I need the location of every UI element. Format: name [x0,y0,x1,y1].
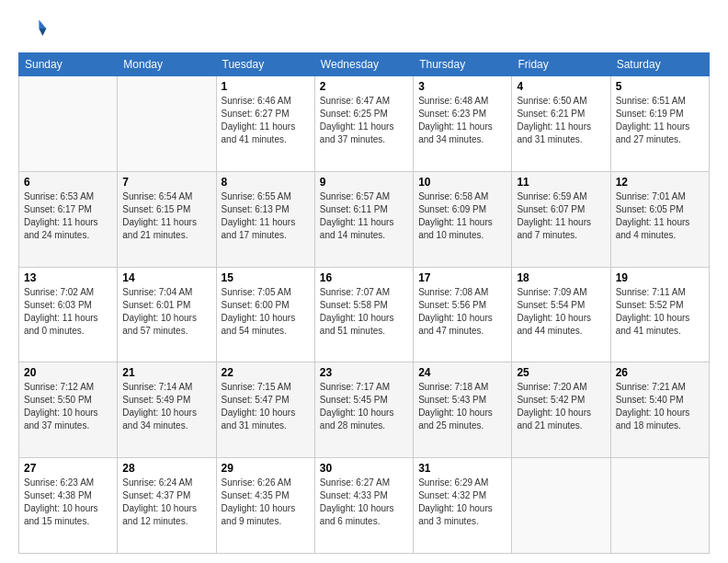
day-info: Sunrise: 6:54 AMSunset: 6:15 PMDaylight:… [122,190,210,242]
calendar-week-2: 13Sunrise: 7:02 AMSunset: 6:03 PMDayligh… [19,267,710,362]
day-info: Sunrise: 7:17 AMSunset: 5:45 PMDaylight:… [320,381,408,432]
calendar-cell: 13Sunrise: 7:02 AMSunset: 6:03 PMDayligh… [19,267,118,362]
calendar-cell: 5Sunrise: 6:51 AMSunset: 6:19 PMDaylight… [610,76,709,172]
day-number: 19 [616,271,704,284]
calendar-cell: 14Sunrise: 7:04 AMSunset: 6:01 PMDayligh… [118,267,216,362]
calendar-cell: 22Sunrise: 7:15 AMSunset: 5:47 PMDayligh… [216,362,314,458]
day-number: 9 [320,176,408,189]
calendar-cell: 27Sunrise: 6:23 AMSunset: 4:38 PMDayligh… [19,458,118,554]
day-number: 12 [616,176,704,189]
calendar-table: SundayMondayTuesdayWednesdayThursdayFrid… [18,52,710,554]
day-number: 23 [320,366,408,379]
day-number: 1 [222,80,310,93]
day-info: Sunrise: 7:05 AMSunset: 6:00 PMDaylight:… [222,286,310,338]
calendar-week-3: 20Sunrise: 7:12 AMSunset: 5:50 PMDayligh… [19,362,710,458]
day-number: 4 [517,80,605,93]
day-info: Sunrise: 7:14 AMSunset: 5:49 PMDaylight:… [122,381,210,432]
day-number: 18 [517,271,605,284]
day-info: Sunrise: 6:46 AMSunset: 6:27 PMDaylight:… [222,95,310,146]
calendar-cell: 12Sunrise: 7:01 AMSunset: 6:05 PMDayligh… [610,171,709,267]
day-info: Sunrise: 7:18 AMSunset: 5:43 PMDaylight:… [418,381,506,432]
svg-marker-0 [39,19,46,29]
day-info: Sunrise: 6:47 AMSunset: 6:25 PMDaylight:… [320,95,408,146]
day-info: Sunrise: 6:26 AMSunset: 4:35 PMDaylight:… [222,477,310,528]
calendar-cell: 7Sunrise: 6:54 AMSunset: 6:15 PMDaylight… [118,171,216,267]
calendar-cell: 28Sunrise: 6:24 AMSunset: 4:37 PMDayligh… [118,458,216,554]
calendar-cell: 31Sunrise: 6:29 AMSunset: 4:32 PMDayligh… [414,458,512,554]
calendar-cell: 19Sunrise: 7:11 AMSunset: 5:52 PMDayligh… [610,267,709,362]
day-info: Sunrise: 7:12 AMSunset: 5:50 PMDaylight:… [24,381,112,432]
day-number: 21 [122,366,210,379]
calendar-week-0: 1Sunrise: 6:46 AMSunset: 6:27 PMDaylight… [19,76,710,172]
calendar-cell: 25Sunrise: 7:20 AMSunset: 5:42 PMDayligh… [512,362,610,458]
calendar-cell: 20Sunrise: 7:12 AMSunset: 5:50 PMDayligh… [19,362,118,458]
day-number: 11 [517,176,605,189]
calendar-cell: 8Sunrise: 6:55 AMSunset: 6:13 PMDaylight… [216,171,314,267]
day-info: Sunrise: 6:59 AMSunset: 6:07 PMDaylight:… [517,190,605,242]
day-number: 10 [418,176,506,189]
calendar-cell: 29Sunrise: 6:26 AMSunset: 4:35 PMDayligh… [216,458,314,554]
calendar-cell: 3Sunrise: 6:48 AMSunset: 6:23 PMDaylight… [414,76,512,172]
day-info: Sunrise: 7:07 AMSunset: 5:58 PMDaylight:… [320,286,408,338]
day-info: Sunrise: 6:48 AMSunset: 6:23 PMDaylight:… [418,95,506,146]
calendar-cell: 10Sunrise: 6:58 AMSunset: 6:09 PMDayligh… [414,171,512,267]
day-number: 25 [517,366,605,379]
calendar-header-row: SundayMondayTuesdayWednesdayThursdayFrid… [19,53,710,76]
day-info: Sunrise: 6:53 AMSunset: 6:17 PMDaylight:… [24,190,112,242]
day-info: Sunrise: 7:01 AMSunset: 6:05 PMDaylight:… [616,190,704,242]
day-info: Sunrise: 7:11 AMSunset: 5:52 PMDaylight:… [616,286,704,338]
calendar-cell [118,76,216,172]
day-header-saturday: Saturday [610,53,709,76]
page: SundayMondayTuesdayWednesdayThursdayFrid… [0,0,728,563]
day-info: Sunrise: 7:21 AMSunset: 5:40 PMDaylight:… [616,381,704,432]
calendar-cell: 6Sunrise: 6:53 AMSunset: 6:17 PMDaylight… [19,171,118,267]
day-info: Sunrise: 6:24 AMSunset: 4:37 PMDaylight:… [122,477,210,528]
day-number: 16 [320,271,408,284]
header [18,14,710,43]
calendar-week-4: 27Sunrise: 6:23 AMSunset: 4:38 PMDayligh… [19,458,710,554]
calendar-cell: 16Sunrise: 7:07 AMSunset: 5:58 PMDayligh… [314,267,413,362]
calendar-cell: 1Sunrise: 6:46 AMSunset: 6:27 PMDaylight… [216,76,314,172]
day-info: Sunrise: 6:50 AMSunset: 6:21 PMDaylight:… [517,95,605,146]
calendar-cell [512,458,610,554]
calendar-cell: 24Sunrise: 7:18 AMSunset: 5:43 PMDayligh… [414,362,512,458]
day-info: Sunrise: 6:29 AMSunset: 4:32 PMDaylight:… [418,477,506,528]
day-number: 29 [222,462,310,475]
day-number: 13 [24,271,112,284]
day-number: 7 [122,176,210,189]
calendar-cell: 18Sunrise: 7:09 AMSunset: 5:54 PMDayligh… [512,267,610,362]
day-info: Sunrise: 6:57 AMSunset: 6:11 PMDaylight:… [320,190,408,242]
calendar-cell: 2Sunrise: 6:47 AMSunset: 6:25 PMDaylight… [314,76,413,172]
calendar-cell: 15Sunrise: 7:05 AMSunset: 6:00 PMDayligh… [216,267,314,362]
calendar-cell: 21Sunrise: 7:14 AMSunset: 5:49 PMDayligh… [118,362,216,458]
day-number: 2 [320,80,408,93]
day-number: 28 [122,462,210,475]
day-number: 27 [24,462,112,475]
day-number: 8 [222,176,310,189]
day-number: 14 [122,271,210,284]
day-info: Sunrise: 7:15 AMSunset: 5:47 PMDaylight:… [222,381,310,432]
svg-marker-1 [39,29,46,36]
day-number: 15 [222,271,310,284]
day-info: Sunrise: 7:08 AMSunset: 5:56 PMDaylight:… [418,286,506,338]
day-info: Sunrise: 6:27 AMSunset: 4:33 PMDaylight:… [320,477,408,528]
day-number: 5 [616,80,704,93]
day-number: 20 [24,366,112,379]
day-info: Sunrise: 7:09 AMSunset: 5:54 PMDaylight:… [517,286,605,338]
logo-icon [18,14,48,43]
day-number: 30 [320,462,408,475]
day-number: 6 [24,176,112,189]
day-info: Sunrise: 7:02 AMSunset: 6:03 PMDaylight:… [24,286,112,338]
day-info: Sunrise: 7:20 AMSunset: 5:42 PMDaylight:… [517,381,605,432]
calendar-cell: 17Sunrise: 7:08 AMSunset: 5:56 PMDayligh… [414,267,512,362]
calendar-cell: 30Sunrise: 6:27 AMSunset: 4:33 PMDayligh… [314,458,413,554]
day-info: Sunrise: 7:04 AMSunset: 6:01 PMDaylight:… [122,286,210,338]
day-number: 31 [418,462,506,475]
logo [18,14,51,43]
day-header-friday: Friday [512,53,610,76]
day-info: Sunrise: 6:23 AMSunset: 4:38 PMDaylight:… [24,477,112,528]
calendar-cell [19,76,118,172]
calendar-cell: 11Sunrise: 6:59 AMSunset: 6:07 PMDayligh… [512,171,610,267]
calendar-cell: 9Sunrise: 6:57 AMSunset: 6:11 PMDaylight… [314,171,413,267]
day-number: 22 [222,366,310,379]
